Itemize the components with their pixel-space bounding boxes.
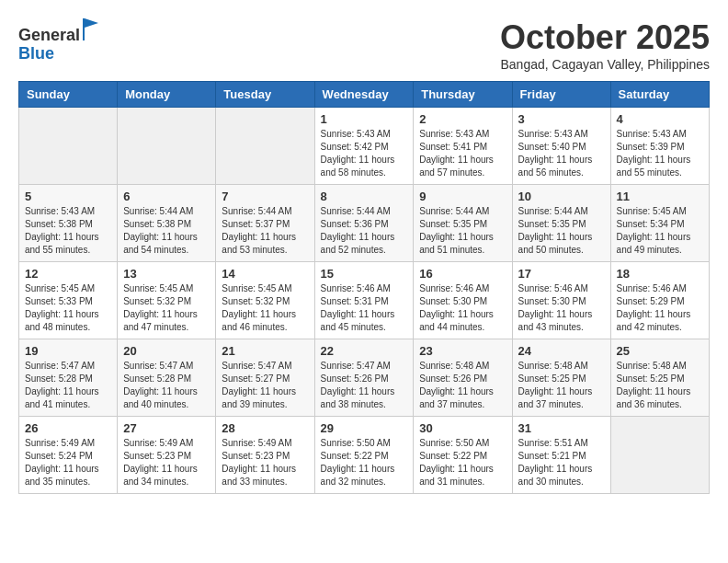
location-title: Bangad, Cagayan Valley, Philippines <box>500 57 710 72</box>
calendar-cell: 20Sunrise: 5:47 AM Sunset: 5:28 PM Dayli… <box>118 339 216 417</box>
calendar-cell: 3Sunrise: 5:43 AM Sunset: 5:40 PM Daylig… <box>512 108 610 185</box>
weekday-header-friday: Friday <box>512 82 610 108</box>
day-info: Sunrise: 5:47 AM Sunset: 5:26 PM Dayligh… <box>321 360 408 411</box>
calendar-cell: 14Sunrise: 5:45 AM Sunset: 5:32 PM Dayli… <box>216 262 314 339</box>
calendar-cell: 17Sunrise: 5:46 AM Sunset: 5:30 PM Dayli… <box>512 262 610 339</box>
day-info: Sunrise: 5:46 AM Sunset: 5:30 PM Dayligh… <box>419 282 506 334</box>
calendar-cell: 23Sunrise: 5:48 AM Sunset: 5:26 PM Dayli… <box>414 339 512 417</box>
day-info: Sunrise: 5:44 AM Sunset: 5:35 PM Dayligh… <box>419 205 506 257</box>
weekday-header-tuesday: Tuesday <box>216 82 314 108</box>
day-number: 24 <box>518 344 605 358</box>
day-number: 28 <box>222 421 308 435</box>
title-block: October 2025 Bangad, Cagayan Valley, Phi… <box>500 18 710 72</box>
day-info: Sunrise: 5:47 AM Sunset: 5:28 PM Dayligh… <box>25 360 111 411</box>
day-number: 30 <box>419 421 506 435</box>
day-number: 1 <box>321 112 408 126</box>
day-info: Sunrise: 5:44 AM Sunset: 5:37 PM Dayligh… <box>222 205 308 257</box>
day-number: 25 <box>617 344 703 358</box>
day-number: 20 <box>123 344 210 358</box>
day-number: 14 <box>222 267 308 281</box>
calendar-cell <box>216 108 314 185</box>
day-number: 17 <box>518 267 605 281</box>
day-info: Sunrise: 5:45 AM Sunset: 5:33 PM Dayligh… <box>25 282 111 334</box>
day-info: Sunrise: 5:44 AM Sunset: 5:35 PM Dayligh… <box>518 205 605 257</box>
calendar-cell: 28Sunrise: 5:49 AM Sunset: 5:23 PM Dayli… <box>216 417 314 494</box>
page-header: General Blue October 2025 Bangad, Cagaya… <box>18 18 710 72</box>
day-info: Sunrise: 5:45 AM Sunset: 5:34 PM Dayligh… <box>617 205 703 257</box>
calendar-cell: 11Sunrise: 5:45 AM Sunset: 5:34 PM Dayli… <box>610 185 709 262</box>
calendar-cell: 10Sunrise: 5:44 AM Sunset: 5:35 PM Dayli… <box>512 185 610 262</box>
day-number: 18 <box>617 267 703 281</box>
calendar-cell: 13Sunrise: 5:45 AM Sunset: 5:32 PM Dayli… <box>118 262 216 339</box>
logo-general: General <box>18 26 80 44</box>
day-number: 22 <box>321 344 408 358</box>
day-number: 26 <box>25 421 111 435</box>
day-number: 11 <box>617 190 703 203</box>
calendar-week-row: 1Sunrise: 5:43 AM Sunset: 5:42 PM Daylig… <box>19 108 710 185</box>
day-info: Sunrise: 5:46 AM Sunset: 5:30 PM Dayligh… <box>518 282 605 334</box>
calendar-cell: 18Sunrise: 5:46 AM Sunset: 5:29 PM Dayli… <box>610 262 709 339</box>
day-number: 10 <box>518 190 605 203</box>
day-info: Sunrise: 5:43 AM Sunset: 5:42 PM Dayligh… <box>321 128 408 179</box>
day-info: Sunrise: 5:49 AM Sunset: 5:23 PM Dayligh… <box>123 437 210 488</box>
day-number: 31 <box>518 421 605 435</box>
calendar-cell: 6Sunrise: 5:44 AM Sunset: 5:38 PM Daylig… <box>118 185 216 262</box>
calendar-cell: 9Sunrise: 5:44 AM Sunset: 5:35 PM Daylig… <box>414 185 512 262</box>
day-number: 7 <box>222 190 308 203</box>
calendar-table: SundayMondayTuesdayWednesdayThursdayFrid… <box>18 81 710 494</box>
day-number: 5 <box>25 190 111 203</box>
day-number: 19 <box>25 344 111 358</box>
weekday-header-monday: Monday <box>118 82 216 108</box>
calendar-week-row: 5Sunrise: 5:43 AM Sunset: 5:38 PM Daylig… <box>19 185 710 262</box>
day-info: Sunrise: 5:47 AM Sunset: 5:27 PM Dayligh… <box>222 360 308 411</box>
day-number: 12 <box>25 267 111 281</box>
calendar-cell: 7Sunrise: 5:44 AM Sunset: 5:37 PM Daylig… <box>216 185 314 262</box>
calendar-cell: 12Sunrise: 5:45 AM Sunset: 5:33 PM Dayli… <box>19 262 118 339</box>
month-title: October 2025 <box>500 18 710 57</box>
calendar-cell: 2Sunrise: 5:43 AM Sunset: 5:41 PM Daylig… <box>414 108 512 185</box>
day-info: Sunrise: 5:49 AM Sunset: 5:24 PM Dayligh… <box>25 437 111 488</box>
day-info: Sunrise: 5:48 AM Sunset: 5:25 PM Dayligh… <box>617 360 703 411</box>
calendar-cell: 22Sunrise: 5:47 AM Sunset: 5:26 PM Dayli… <box>314 339 414 417</box>
calendar-cell: 27Sunrise: 5:49 AM Sunset: 5:23 PM Dayli… <box>118 417 216 494</box>
day-info: Sunrise: 5:48 AM Sunset: 5:25 PM Dayligh… <box>518 360 605 411</box>
day-info: Sunrise: 5:43 AM Sunset: 5:38 PM Dayligh… <box>25 205 111 257</box>
day-number: 4 <box>617 112 703 126</box>
day-info: Sunrise: 5:45 AM Sunset: 5:32 PM Dayligh… <box>222 282 308 334</box>
svg-marker-1 <box>85 18 98 28</box>
calendar-cell: 25Sunrise: 5:48 AM Sunset: 5:25 PM Dayli… <box>610 339 709 417</box>
calendar-cell: 15Sunrise: 5:46 AM Sunset: 5:31 PM Dayli… <box>314 262 414 339</box>
calendar-week-row: 12Sunrise: 5:45 AM Sunset: 5:33 PM Dayli… <box>19 262 710 339</box>
day-number: 29 <box>321 421 408 435</box>
day-info: Sunrise: 5:50 AM Sunset: 5:22 PM Dayligh… <box>321 437 408 488</box>
day-info: Sunrise: 5:47 AM Sunset: 5:28 PM Dayligh… <box>123 360 210 411</box>
day-number: 16 <box>419 267 506 281</box>
day-info: Sunrise: 5:49 AM Sunset: 5:23 PM Dayligh… <box>222 437 308 488</box>
day-info: Sunrise: 5:50 AM Sunset: 5:22 PM Dayligh… <box>419 437 506 488</box>
calendar-cell: 29Sunrise: 5:50 AM Sunset: 5:22 PM Dayli… <box>314 417 414 494</box>
day-info: Sunrise: 5:44 AM Sunset: 5:36 PM Dayligh… <box>321 205 408 257</box>
logo-flag-icon <box>82 18 100 40</box>
calendar-cell: 30Sunrise: 5:50 AM Sunset: 5:22 PM Dayli… <box>414 417 512 494</box>
day-number: 6 <box>123 190 210 203</box>
day-number: 15 <box>321 267 408 281</box>
weekday-header-saturday: Saturday <box>610 82 709 108</box>
calendar-cell: 19Sunrise: 5:47 AM Sunset: 5:28 PM Dayli… <box>19 339 118 417</box>
calendar-week-row: 26Sunrise: 5:49 AM Sunset: 5:24 PM Dayli… <box>19 417 710 494</box>
calendar-cell: 4Sunrise: 5:43 AM Sunset: 5:39 PM Daylig… <box>610 108 709 185</box>
weekday-header-thursday: Thursday <box>414 82 512 108</box>
day-number: 21 <box>222 344 308 358</box>
day-number: 23 <box>419 344 506 358</box>
day-number: 9 <box>419 190 506 203</box>
calendar-cell: 5Sunrise: 5:43 AM Sunset: 5:38 PM Daylig… <box>19 185 118 262</box>
calendar-cell: 26Sunrise: 5:49 AM Sunset: 5:24 PM Dayli… <box>19 417 118 494</box>
day-info: Sunrise: 5:48 AM Sunset: 5:26 PM Dayligh… <box>419 360 506 411</box>
calendar-cell: 16Sunrise: 5:46 AM Sunset: 5:30 PM Dayli… <box>414 262 512 339</box>
day-info: Sunrise: 5:43 AM Sunset: 5:39 PM Dayligh… <box>617 128 703 179</box>
day-info: Sunrise: 5:44 AM Sunset: 5:38 PM Dayligh… <box>123 205 210 257</box>
day-number: 13 <box>123 267 210 281</box>
calendar-cell: 24Sunrise: 5:48 AM Sunset: 5:25 PM Dayli… <box>512 339 610 417</box>
day-info: Sunrise: 5:51 AM Sunset: 5:21 PM Dayligh… <box>518 437 605 488</box>
day-info: Sunrise: 5:46 AM Sunset: 5:31 PM Dayligh… <box>321 282 408 334</box>
calendar-cell <box>610 417 709 494</box>
